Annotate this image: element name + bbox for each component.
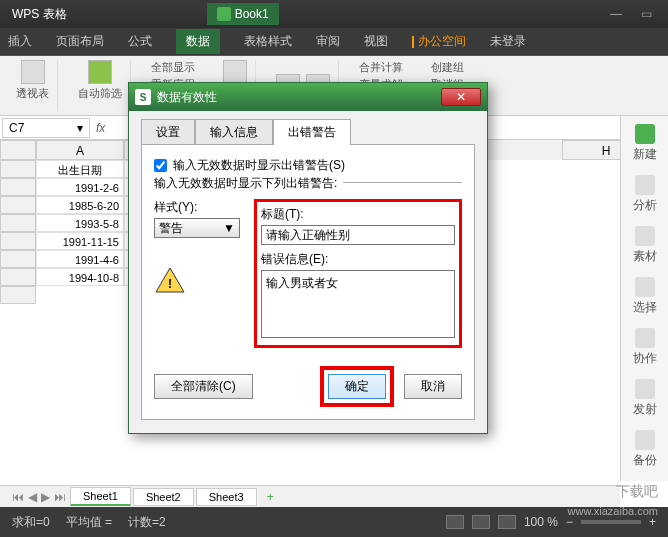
- dialog-titlebar: S 数据有效性 ✕: [129, 83, 487, 111]
- cancel-button[interactable]: 取消: [404, 374, 462, 399]
- dialog-title: 数据有效性: [157, 89, 217, 106]
- side-select[interactable]: 选择: [633, 277, 657, 316]
- side-panel: 新建 分析 素材 选择 协作 发射 备份: [620, 116, 668, 481]
- material-icon: [635, 226, 655, 246]
- fieldset-legend: 输入无效数据时显示下列出错警告:: [154, 175, 343, 192]
- menu-bar: 插入 页面布局 公式 数据 表格样式 审阅 视图 办公空间 未登录: [0, 28, 668, 56]
- view-page[interactable]: [472, 515, 490, 529]
- svg-text:!: !: [168, 277, 172, 291]
- sort-icon: [223, 60, 247, 84]
- sheet-tab-1[interactable]: Sheet1: [70, 487, 131, 506]
- cell-reference[interactable]: C7▾: [2, 118, 90, 138]
- side-collab[interactable]: 协作: [633, 328, 657, 367]
- maximize-button[interactable]: ▭: [632, 4, 660, 24]
- tab-nav-prev[interactable]: ◀: [28, 490, 37, 504]
- style-combo[interactable]: 警告▼: [154, 218, 240, 238]
- analysis-icon: [635, 175, 655, 195]
- tab-nav-next[interactable]: ▶: [41, 490, 50, 504]
- row-head[interactable]: [0, 160, 36, 178]
- title-input[interactable]: [261, 225, 455, 245]
- tab-nav-first[interactable]: ⏮: [12, 490, 24, 504]
- header-birth[interactable]: 出生日期: [36, 160, 124, 178]
- col-A[interactable]: A: [36, 140, 124, 160]
- menu-office[interactable]: 办公空间: [412, 33, 466, 50]
- menu-formula[interactable]: 公式: [128, 33, 152, 50]
- view-normal[interactable]: [446, 515, 464, 529]
- highlight-box: 标题(T): 错误信息(E):: [254, 199, 462, 348]
- menu-data[interactable]: 数据: [176, 29, 220, 54]
- show-error-checkbox[interactable]: [154, 159, 167, 172]
- dropdown-icon: ▾: [77, 121, 83, 135]
- side-send[interactable]: 发射: [633, 379, 657, 418]
- book-tab[interactable]: Book1: [207, 3, 279, 25]
- data-validation-dialog: S 数据有效性 ✕ 设置 输入信息 出错警告 输入无效数据时显示出错警告(S) …: [128, 82, 488, 434]
- row-head[interactable]: [0, 196, 36, 214]
- login-status[interactable]: 未登录: [490, 33, 526, 50]
- minimize-button[interactable]: —: [602, 4, 630, 24]
- fx-icon[interactable]: fx: [96, 121, 105, 135]
- menu-view[interactable]: 视图: [364, 33, 388, 50]
- sheet-tab-3[interactable]: Sheet3: [196, 488, 257, 506]
- app-title: WPS 表格: [12, 6, 67, 23]
- group[interactable]: 创建组: [431, 60, 464, 75]
- book-name: Book1: [235, 7, 269, 21]
- backup-icon: [635, 430, 655, 450]
- row-head[interactable]: [0, 178, 36, 196]
- row-head[interactable]: [0, 250, 36, 268]
- menu-review[interactable]: 审阅: [316, 33, 340, 50]
- dialog-tabs: 设置 输入信息 出错警告: [129, 111, 487, 145]
- status-avg: 平均值 =: [66, 514, 112, 531]
- zoom-slider[interactable]: [581, 520, 641, 524]
- dialog-icon: S: [135, 89, 151, 105]
- message-label: 错误信息(E):: [261, 251, 455, 268]
- title-bar: WPS 表格 Book1 — ▭: [0, 0, 668, 28]
- consolidate[interactable]: 合并计算: [359, 60, 403, 75]
- side-material[interactable]: 素材: [633, 226, 657, 265]
- send-icon: [635, 379, 655, 399]
- sheet-tab-2[interactable]: Sheet2: [133, 488, 194, 506]
- menu-layout[interactable]: 页面布局: [56, 33, 104, 50]
- side-analysis[interactable]: 分析: [633, 175, 657, 214]
- row-head[interactable]: [0, 214, 36, 232]
- collab-icon: [635, 328, 655, 348]
- row-head[interactable]: [0, 268, 36, 286]
- menu-tablestyle[interactable]: 表格样式: [244, 33, 292, 50]
- view-break[interactable]: [498, 515, 516, 529]
- cell[interactable]: 1991-11-15: [36, 232, 124, 250]
- zoom-out[interactable]: −: [566, 515, 573, 529]
- zoom-in[interactable]: +: [649, 515, 656, 529]
- status-count: 计数=2: [128, 514, 166, 531]
- new-icon: [635, 124, 655, 144]
- row-head[interactable]: [0, 286, 36, 304]
- side-new[interactable]: 新建: [633, 124, 657, 163]
- style-label: 样式(Y):: [154, 199, 242, 216]
- dialog-close-button[interactable]: ✕: [441, 88, 481, 106]
- sheet-tabs: ⏮ ◀ ▶ ⏭ Sheet1 Sheet2 Sheet3 +: [0, 485, 620, 507]
- show-error-label: 输入无效数据时显示出错警告(S): [173, 157, 345, 174]
- cell[interactable]: 1985-6-20: [36, 196, 124, 214]
- add-sheet[interactable]: +: [267, 490, 274, 504]
- ribbon-filter[interactable]: 自动筛选: [70, 60, 131, 111]
- select-all-corner[interactable]: [0, 140, 36, 160]
- warning-icon: !: [154, 266, 186, 294]
- cell[interactable]: 1991-4-6: [36, 250, 124, 268]
- show-all[interactable]: 全部显示: [151, 60, 195, 75]
- title-label: 标题(T):: [261, 206, 455, 223]
- tab-settings[interactable]: 设置: [141, 119, 195, 145]
- side-backup[interactable]: 备份: [633, 430, 657, 469]
- cell[interactable]: 1991-2-6: [36, 178, 124, 196]
- filter-icon: [88, 60, 112, 84]
- message-textarea[interactable]: [261, 270, 455, 338]
- tab-nav-last[interactable]: ⏭: [54, 490, 66, 504]
- cell[interactable]: 1993-5-8: [36, 214, 124, 232]
- ok-button[interactable]: 确定: [328, 374, 386, 399]
- ribbon-pivot[interactable]: 透视表: [8, 60, 58, 111]
- row-head[interactable]: [0, 232, 36, 250]
- tab-input-message[interactable]: 输入信息: [195, 119, 273, 145]
- menu-insert[interactable]: 插入: [8, 33, 32, 50]
- clear-all-button[interactable]: 全部清除(C): [154, 374, 253, 399]
- cell[interactable]: 1994-10-8: [36, 268, 124, 286]
- tab-error-alert[interactable]: 出错警告: [273, 119, 351, 145]
- watermark: 下载吧: [616, 483, 658, 501]
- document-icon: [217, 7, 231, 21]
